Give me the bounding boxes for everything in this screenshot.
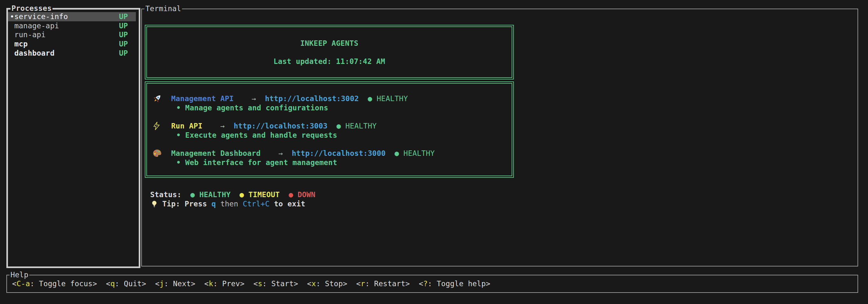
arrow-icon: → (220, 122, 225, 131)
timeout-dot-icon: ● (240, 191, 244, 199)
health-dot-icon: ● (395, 149, 399, 158)
service-health-label: HEALTHY (345, 122, 376, 131)
shortcut-label: Toggle focus (39, 279, 93, 288)
help-panel: Help <C-a: Toggle focus> <q: Quit> <j: N… (6, 275, 858, 293)
shortcut-label: Toggle help (437, 279, 486, 288)
legend-label: DOWN (298, 191, 315, 199)
shortcut-key: r (361, 279, 365, 288)
shortcut-key: C-a (17, 279, 30, 288)
shortcut-next: <j: Next> (155, 279, 195, 289)
process-row-mcp[interactable]: mcp UP (8, 39, 136, 49)
shortcut-stop: <x: Stop> (307, 279, 347, 289)
shortcut-toggle-help: <?: Toggle help> (419, 279, 490, 289)
service-entry-management-dashboard: Management Dashboard → http://localhost:… (152, 149, 508, 167)
shortcut-key: s (258, 279, 262, 288)
service-health-label: HEALTHY (377, 94, 408, 103)
shortcut-label: Start (271, 279, 294, 288)
rocket-icon (152, 94, 171, 104)
service-description: • Execute agents and handle requests (152, 131, 508, 140)
legend-item-healthy: ●HEALTHY (190, 190, 230, 199)
blank-line (152, 140, 508, 149)
terminal-panel: Terminal INKEEP AGENTS Last updated: 11:… (141, 9, 858, 267)
shortcut-label: Stop (325, 279, 343, 288)
status-legend-label: Status: (150, 190, 181, 199)
terminal-panel-title: Terminal (145, 4, 182, 13)
shortcut-label: Prev (222, 279, 240, 288)
lightning-icon (152, 121, 171, 131)
services-box: Management API → http://localhost:3002 ●… (145, 81, 514, 178)
process-row-run-api[interactable]: run-api UP (8, 30, 136, 39)
healthy-dot-icon: ● (190, 191, 195, 199)
legend-label: TIMEOUT (248, 191, 280, 199)
processes-panel: Processes • service-info UP manage-api U… (6, 8, 140, 268)
legend-item-down: ●DOWN (288, 190, 315, 199)
tip-text: then (216, 199, 243, 209)
process-name: service-info (14, 12, 68, 21)
help-panel-title: Help (9, 270, 29, 279)
palette-icon (152, 148, 171, 158)
shortcut-label: Restart (374, 279, 405, 288)
health-dot-icon: ● (336, 122, 341, 131)
tip-line: Tip: Press q then Ctrl+C to exit (150, 199, 306, 209)
tip-key-ctrl-c: Ctrl+C (243, 199, 270, 209)
process-name: dashboard (14, 49, 54, 58)
shortcut-key: k (209, 279, 213, 288)
process-row-manage-api[interactable]: manage-api UP (8, 21, 136, 31)
service-entry-management-api: Management API → http://localhost:3002 ●… (152, 94, 508, 122)
shortcut-key: x (311, 279, 316, 288)
blank-line (152, 112, 508, 122)
process-status-badge: UP (119, 49, 128, 58)
shortcut-toggle-focus: <C-a: Toggle focus> (12, 279, 97, 289)
process-row-dashboard[interactable]: dashboard UP (8, 49, 136, 58)
app-title: INKEEP AGENTS (147, 39, 512, 48)
down-dot-icon: ● (288, 191, 293, 199)
tip-key-q: q (212, 199, 216, 209)
tip-text: to exit (270, 199, 305, 209)
status-legend: Status: ●HEALTHY ●TIMEOUT ●DOWN (150, 190, 315, 199)
process-status-badge: UP (119, 39, 128, 49)
service-description: • Manage agents and configurations (152, 103, 508, 112)
inkeep-header-box: INKEEP AGENTS Last updated: 11:07:42 AM (145, 25, 514, 79)
shortcut-prev: <k: Prev> (204, 279, 245, 289)
shortcut-key: ? (423, 279, 428, 288)
shortcut-start: <s: Start> (253, 279, 298, 289)
service-name: Management Dashboard (171, 149, 260, 158)
process-name: manage-api (14, 21, 59, 31)
blank-line (147, 48, 512, 57)
service-entry-run-api: Run API → http://localhost:3003 ● HEALTH… (152, 122, 508, 149)
help-shortcuts: <C-a: Toggle focus> <q: Quit> <j: Next> … (7, 275, 858, 292)
process-row-service-info[interactable]: • service-info UP (8, 12, 136, 21)
service-url[interactable]: http://localhost:3003 (234, 122, 328, 131)
last-updated-text: Last updated: 11:07:42 AM (147, 57, 512, 66)
service-health-label: HEALTHY (403, 149, 435, 158)
arrow-icon: → (252, 94, 256, 103)
arrow-icon: → (278, 149, 283, 158)
process-name: run-api (14, 30, 45, 39)
legend-label: HEALTHY (199, 191, 230, 199)
shortcut-label: Next (173, 279, 191, 288)
process-list: • service-info UP manage-api UP run-api … (8, 9, 139, 58)
shortcut-key: j (160, 279, 164, 288)
tip-text: Tip: Press (162, 199, 212, 209)
shortcut-quit: <q: Quit> (106, 279, 146, 289)
lightbulb-icon (150, 199, 162, 209)
process-status-badge: UP (119, 30, 128, 39)
health-dot-icon: ● (368, 94, 372, 103)
process-status-badge: UP (119, 12, 128, 21)
processes-panel-title: Processes (10, 4, 53, 13)
shortcut-restart: <r: Restart> (356, 279, 410, 289)
shortcut-key: q (111, 279, 115, 288)
service-name: Run API (171, 122, 203, 131)
service-description: • Web interface for agent management (152, 158, 508, 167)
process-status-badge: UP (119, 21, 128, 31)
selected-marker: • (10, 12, 14, 21)
shortcut-label: Quit (124, 279, 142, 288)
mprocs-terminal-app: { "colors": { "background": "#191919", "… (0, 0, 868, 304)
legend-item-timeout: ●TIMEOUT (240, 190, 280, 199)
service-url[interactable]: http://localhost:3000 (292, 149, 385, 158)
process-name: mcp (14, 39, 28, 49)
service-name: Management API (171, 94, 234, 103)
service-url[interactable]: http://localhost:3002 (265, 94, 359, 103)
